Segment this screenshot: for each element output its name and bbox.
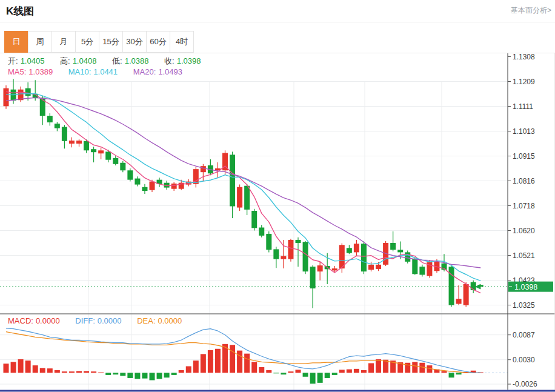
ma20-value: 1.0493 [158,67,182,76]
candle [76,139,82,147]
bottom-border [0,390,555,392]
macd-bar [339,370,345,373]
close-label: 收: [164,56,174,65]
candle [419,265,425,277]
macd-tick-label: 0.0087 [513,331,535,339]
macd-bar [361,370,367,373]
macd-bar [303,373,308,376]
macd-bar [215,349,221,373]
tab-30分[interactable]: 30分 [122,31,147,53]
diff-label: DIFF: [75,316,95,325]
low-label: 低: [112,56,122,65]
macd-bar [120,373,125,376]
macd-bar [91,371,96,373]
macd-bar [76,371,82,373]
price-tick-label: 1.0915 [513,152,535,161]
open-value: 1.0405 [21,56,45,65]
macd-bar [208,350,213,373]
tab-4时[interactable]: 4时 [170,31,194,53]
macd-bar [84,371,89,373]
candle [55,122,60,131]
macd-bar [55,370,60,373]
tab-60分[interactable]: 60分 [146,31,170,53]
macd-bar [354,369,359,373]
macd-bar [171,373,177,375]
candle [347,245,352,254]
macd-value: 0.0000 [36,316,60,325]
macd-bar [69,371,75,373]
macd-bar [281,373,286,374]
tab-5分[interactable]: 5分 [75,31,99,53]
ma-legend: MA5:1.0389 MA10:1.0441 MA20:1.0493 [8,67,185,76]
tab-月[interactable]: 月 [52,31,76,53]
candle [157,178,162,187]
candle [288,239,293,262]
candle [281,240,286,268]
macd-bar [237,351,242,373]
macd-label: MACD: [8,316,33,325]
ma5-value: 1.0389 [28,67,53,76]
price-tick-label: 1.0620 [513,227,535,235]
candle [113,156,118,165]
macd-bar [150,373,155,380]
candle [456,285,462,305]
ma10-label: MA10: [68,67,91,76]
price-tick-label: 1.0718 [513,202,535,210]
candle [171,182,177,191]
macd-tick-label: -0.0026 [513,380,537,388]
tab-日[interactable]: 日 [4,31,28,53]
macd-bar [244,354,250,373]
macd-bar [33,365,38,373]
candle [120,161,125,172]
fundamental-analysis-link[interactable]: 基本面分析> [511,5,551,16]
macd-bar [186,367,191,373]
macd-legend: MACD:0.0000 DIFF:0.0000 DEA:0.0000 [8,316,184,325]
macd-bar [47,368,53,373]
macd-bar [4,364,9,373]
macd-bar [273,373,279,373]
macd-bar [179,370,184,373]
ma20-label: MA20: [133,67,156,76]
open-label: 开: [8,56,18,65]
macd-bar [157,373,162,379]
tab-周[interactable]: 周 [28,31,52,53]
candle [91,147,96,162]
price-tick-label: 1.0521 [513,251,535,260]
timeframe-tabbar: 日周月5分15分30分60分4时 [0,31,555,53]
macd-bar [368,363,374,373]
macd-bar [412,362,417,373]
macd-bar [317,373,323,383]
candle [62,125,67,148]
macd-bar [18,359,24,373]
candle [47,113,53,125]
price-tick-label: 1.1013 [513,127,535,136]
macd-bar [201,354,206,373]
macd-bar [376,359,381,373]
candle [4,85,9,109]
macd-bar [62,371,67,373]
high-label: 高: [60,56,70,65]
candle [251,209,257,231]
macd-bar [442,371,447,373]
macd-bar [259,367,264,373]
candle [127,168,133,182]
candle [317,262,323,281]
candle [354,240,359,256]
candle [266,231,271,253]
price-tick-label: 1.1308 [513,53,535,61]
macd-bar [142,373,147,378]
macd-bar [310,373,316,384]
candle [142,184,147,194]
tab-15分[interactable]: 15分 [99,31,123,53]
candle [303,241,308,274]
macd-bar [25,360,31,373]
candle [405,250,410,263]
macd-bar [347,370,352,373]
close-value: 1.0398 [177,56,201,65]
macd-bar [40,368,45,373]
price-tick-label: 1.0816 [513,177,535,185]
current-price-badge-label: 1.0398 [514,283,537,291]
candle [259,225,264,237]
candle [390,231,396,251]
candle [310,265,316,308]
